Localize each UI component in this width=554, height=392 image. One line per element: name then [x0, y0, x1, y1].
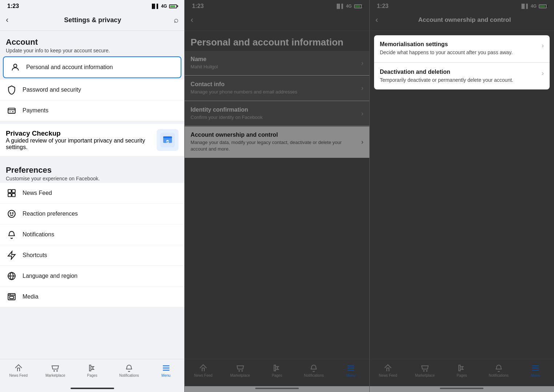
network-type-3: 4G: [531, 4, 537, 9]
time-2: 1:23: [192, 3, 204, 9]
svg-rect-8: [8, 193, 11, 197]
deactivation-desc: Temporarily deactivate or permanently de…: [380, 77, 539, 84]
password-item-label: Password and security: [23, 87, 178, 93]
menu-item-personal[interactable]: Personal and account information: [3, 56, 181, 78]
tab-menu-1[interactable]: Menu: [148, 362, 184, 379]
chevron-name: ›: [361, 59, 364, 67]
svg-point-27: [426, 371, 427, 371]
shortcuts-item-text: Shortcuts: [23, 252, 178, 259]
svg-rect-15: [10, 296, 14, 299]
tab-bar-3: News Feed Marketplace Pages Notification…: [370, 359, 554, 386]
nav-bar-1: ‹ Settings & privacy ⌕: [0, 11, 184, 31]
tab-marketplace-3[interactable]: Marketplace: [406, 362, 443, 379]
media-item-label: Media: [23, 293, 178, 300]
shortcuts-item-label: Shortcuts: [23, 252, 178, 259]
privacy-checkup-card[interactable]: Privacy Checkup A guided review of your …: [0, 124, 184, 156]
time-3: 1:23: [377, 3, 389, 9]
newsfeed-item-text: News Feed: [23, 190, 178, 196]
list-item-name[interactable]: Name Mahit Huilgol ›: [185, 51, 369, 76]
person-icon: [9, 61, 21, 73]
nav-bar-3: ‹ Account ownership and control: [370, 11, 554, 31]
nav-title-1: Settings & privacy: [11, 16, 174, 24]
screen-3-content: Memorialisation settings Decide what hap…: [370, 31, 554, 359]
menu-item-media[interactable]: Media: [0, 287, 184, 307]
menu-item-shortcuts[interactable]: Shortcuts: [0, 245, 184, 266]
ownership-item-desc: Manage your data, modify your legacy con…: [190, 139, 357, 152]
tag-icon: [6, 105, 17, 116]
privacy-checkup-desc: A guided review of your important privac…: [6, 137, 152, 151]
menu-item-password[interactable]: Password and security: [0, 80, 184, 100]
deactivation-title: Deactivation and deletion: [380, 69, 539, 75]
menu-item-notifications[interactable]: Notifications: [0, 224, 184, 245]
status-bar-2: 1:23 ▐▌▌ 4G .battery-icon-2::before { ba…: [185, 0, 369, 11]
tab-label-newsfeed-1: News Feed: [9, 373, 28, 377]
tab-menu-3[interactable]: Menu: [517, 362, 554, 379]
tab-marketplace-2[interactable]: Marketplace: [222, 362, 258, 379]
menu-item-newsfeed[interactable]: News Feed: [0, 183, 184, 204]
home-indicator-3: [440, 388, 483, 389]
svg-rect-9: [12, 193, 15, 197]
svg-point-26: [423, 371, 424, 371]
memorialisation-text: Memorialisation settings Decide what hap…: [380, 41, 539, 56]
menu-item-payments[interactable]: Payments: [0, 100, 184, 121]
time-1: 1:23: [7, 3, 19, 9]
list-item-account-ownership[interactable]: Account ownership and control Manage you…: [185, 127, 369, 158]
tab-menu-2[interactable]: Menu: [332, 362, 369, 379]
network-type: 4G: [161, 4, 167, 9]
tab-pages-1[interactable]: Pages: [74, 362, 111, 379]
tab-label-newsfeed-3: News Feed: [379, 373, 397, 377]
battery-icon: [169, 4, 177, 8]
menu-item-language[interactable]: Language and region: [0, 266, 184, 287]
list-item-identity[interactable]: Identity confirmation Confirm your ident…: [185, 101, 369, 126]
tab-notifications-2[interactable]: Notifications: [296, 362, 332, 379]
media-icon: [6, 291, 17, 303]
back-button-2[interactable]: ‹: [190, 14, 196, 26]
nav-bar-2: ‹: [185, 11, 369, 31]
menu-item-reactions[interactable]: Reaction preferences: [0, 204, 184, 224]
reactions-item-text: Reaction preferences: [23, 211, 178, 217]
tab-newsfeed-1[interactable]: News Feed: [0, 362, 37, 379]
back-button-1[interactable]: ‹: [6, 14, 11, 26]
payments-item-text: Payments: [23, 107, 178, 114]
card-item-memorialisation[interactable]: Memorialisation settings Decide what hap…: [374, 35, 550, 63]
svg-point-12: [12, 213, 13, 213]
tab-pages-3[interactable]: Pages: [443, 362, 480, 379]
media-item-text: Media: [23, 293, 178, 300]
tab-notifications-3[interactable]: Notifications: [480, 362, 517, 379]
svg-point-22: [242, 371, 242, 371]
list-item-contact[interactable]: Contact info Manage your phone numbers a…: [185, 76, 369, 101]
tab-newsfeed-3[interactable]: News Feed: [370, 362, 406, 379]
svg-rect-1: [8, 108, 15, 113]
page-title-2: Personal and account information: [190, 37, 363, 48]
tab-bar-1: News Feed Marketplace Pages Notification…: [0, 359, 184, 386]
search-button-1[interactable]: ⌕: [174, 15, 178, 25]
chevron-identity: ›: [361, 110, 364, 117]
tab-pages-2[interactable]: Pages: [258, 362, 295, 379]
svg-rect-4: [163, 136, 172, 138]
tab-notifications-1[interactable]: Notifications: [111, 362, 147, 379]
tab-bar-2: News Feed Marketplace Pages Notification…: [185, 359, 369, 386]
card-item-deactivation[interactable]: Deactivation and deletion Temporarily de…: [374, 63, 550, 90]
status-icons-1: ▐▌▌ 4G: [150, 4, 177, 9]
contact-item-content: Contact info Manage your phone numbers a…: [190, 81, 357, 95]
payments-item-label: Payments: [23, 107, 178, 114]
tab-newsfeed-2[interactable]: News Feed: [185, 362, 221, 379]
svg-rect-7: [12, 189, 15, 193]
page-heading-2: Personal and account information: [185, 31, 369, 51]
tab-label-pages-1: Pages: [87, 373, 97, 377]
account-title: Account: [6, 37, 178, 47]
globe-icon: [6, 270, 17, 282]
notifications-item-label: Notifications: [23, 231, 178, 238]
battery-icon-2: .battery-icon-2::before { background: #4…: [354, 4, 362, 8]
preferences-title: Preferences: [6, 165, 178, 175]
tab-marketplace-1[interactable]: Marketplace: [37, 362, 73, 379]
deactivation-text: Deactivation and deletion Temporarily de…: [380, 69, 539, 84]
tab-label-notifications-2: Notifications: [304, 373, 324, 377]
chevron-memorialisation: ›: [542, 42, 544, 49]
tab-label-marketplace-2: Marketplace: [230, 373, 250, 377]
nav-title-3: Account ownership and control: [381, 16, 548, 24]
screen-1-content: Account Update your info to keep your ac…: [0, 31, 184, 359]
personal-item-label: Personal and account information: [26, 64, 175, 71]
tab-label-marketplace-1: Marketplace: [45, 373, 65, 377]
back-button-3[interactable]: ‹: [376, 14, 381, 26]
